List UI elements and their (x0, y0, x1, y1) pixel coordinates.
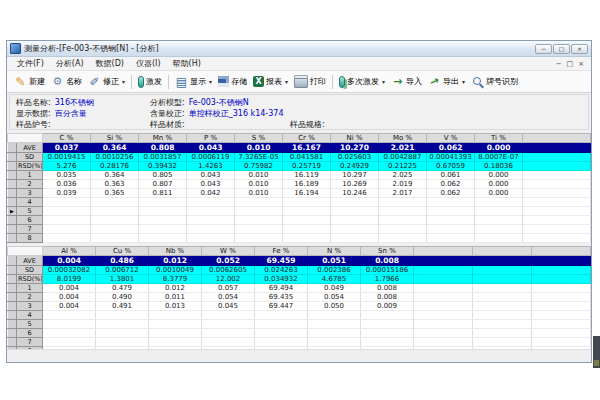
cell[interactable] (532, 338, 591, 347)
cell[interactable]: 0.28176 (91, 162, 139, 171)
cell[interactable]: 0.25719 (283, 162, 331, 171)
print-button[interactable]: 打印 (291, 74, 329, 89)
cell[interactable]: 0.049 (308, 284, 361, 293)
cell[interactable]: 0.000 (475, 180, 523, 189)
cell[interactable]: 0.036 (43, 180, 91, 189)
cell[interactable]: 0.67059 (427, 162, 475, 171)
cell[interactable] (235, 207, 283, 216)
cell[interactable] (149, 329, 202, 338)
cell[interactable]: 69.447 (255, 302, 308, 311)
cell[interactable] (149, 320, 202, 329)
row-header[interactable]: 5 (17, 207, 43, 216)
display-button[interactable]: ▤显示▾ (172, 74, 215, 89)
row-header[interactable]: 8 (17, 234, 43, 243)
cell[interactable]: 0.364 (91, 143, 139, 153)
cell[interactable] (475, 234, 523, 243)
cell[interactable]: 0.39432 (139, 162, 187, 171)
cell[interactable]: 0.811 (139, 189, 187, 198)
cell[interactable]: 16.189 (283, 180, 331, 189)
grade-id-button[interactable]: 牌号识别 (468, 74, 521, 89)
cell[interactable]: 0.062 (427, 180, 475, 189)
cell[interactable] (475, 216, 523, 225)
column-header[interactable]: Si % (91, 134, 139, 143)
cell[interactable] (379, 225, 427, 234)
cell[interactable] (139, 216, 187, 225)
cell[interactable] (202, 311, 255, 320)
row-header[interactable]: 6 (17, 216, 43, 225)
cell[interactable]: 10.269 (331, 180, 379, 189)
cell[interactable] (331, 216, 379, 225)
cell[interactable]: 0.008 (361, 256, 414, 266)
cell[interactable] (235, 234, 283, 243)
cell[interactable] (187, 234, 235, 243)
cell[interactable] (255, 311, 308, 320)
cell[interactable]: 0.0042887 (379, 153, 427, 162)
cell[interactable]: 0.010 (235, 143, 283, 153)
cell[interactable] (475, 225, 523, 234)
cell[interactable]: 8.0007E-07 (475, 153, 523, 162)
cell[interactable]: 1.4263 (187, 162, 235, 171)
cell[interactable]: 0.008 (361, 293, 414, 302)
column-header[interactable]: Fe % (255, 247, 308, 256)
cell[interactable] (473, 311, 532, 320)
cell[interactable]: 0.004 (43, 284, 96, 293)
cell[interactable] (532, 256, 591, 266)
row-header[interactable]: RSD(%) (17, 162, 43, 171)
cell[interactable] (414, 284, 473, 293)
cell[interactable] (43, 216, 91, 225)
row-header[interactable]: 1 (17, 171, 43, 180)
cell[interactable] (361, 311, 414, 320)
cell[interactable]: 0.035 (43, 171, 91, 180)
row-header[interactable]: SD (17, 266, 43, 275)
cell[interactable]: 0.043 (187, 171, 235, 180)
mdi-minimize-button[interactable]: − (556, 59, 562, 69)
row-header[interactable]: 7 (17, 225, 43, 234)
new-button[interactable]: ✎新建 (11, 74, 48, 89)
cell[interactable] (43, 207, 91, 216)
cell[interactable] (96, 338, 149, 347)
row-header[interactable]: 4 (17, 311, 43, 320)
cell[interactable] (523, 225, 591, 234)
correct-button[interactable]: ✐修正▾ (85, 74, 128, 89)
cell[interactable] (532, 275, 591, 284)
cell[interactable] (427, 225, 475, 234)
cell[interactable]: 0.011 (149, 293, 202, 302)
cell[interactable] (255, 329, 308, 338)
cell[interactable] (202, 338, 255, 347)
cell[interactable]: 0.490 (96, 293, 149, 302)
row-header[interactable]: 2 (17, 293, 43, 302)
cell[interactable]: 0.043 (187, 143, 235, 153)
cell[interactable] (96, 311, 149, 320)
cell[interactable] (331, 207, 379, 216)
cell[interactable] (43, 329, 96, 338)
cell[interactable]: 0.0006119 (187, 153, 235, 162)
cell[interactable] (202, 329, 255, 338)
name-button[interactable]: ⚙名称 (48, 74, 85, 89)
column-header[interactable]: P % (187, 134, 235, 143)
cell[interactable] (149, 311, 202, 320)
cell[interactable] (43, 234, 91, 243)
cell[interactable]: 0.010 (235, 180, 283, 189)
cell[interactable] (523, 162, 591, 171)
cell[interactable] (532, 302, 591, 311)
cell[interactable] (532, 320, 591, 329)
minimize-button[interactable]: − (535, 44, 552, 54)
cell[interactable]: 16.167 (283, 143, 331, 153)
cell[interactable] (283, 225, 331, 234)
cell[interactable] (414, 338, 473, 347)
cell[interactable] (149, 338, 202, 347)
cell[interactable] (331, 198, 379, 207)
row-header[interactable]: SD (17, 153, 43, 162)
cell[interactable]: 5.276 (43, 162, 91, 171)
cell[interactable]: 0.013 (149, 302, 202, 311)
menu-data[interactable]: 数据(D) (90, 59, 130, 68)
export-button[interactable]: →导出▾ (425, 74, 468, 89)
cell[interactable]: 0.062 (427, 189, 475, 198)
cell[interactable]: 16.194 (283, 189, 331, 198)
cell[interactable]: 0.045 (202, 302, 255, 311)
cell[interactable]: 0.0031857 (139, 153, 187, 162)
menu-file[interactable]: 文件(F) (11, 59, 50, 68)
cell[interactable] (187, 198, 235, 207)
cell[interactable]: 0.00032082 (43, 266, 96, 275)
row-header[interactable]: 2 (17, 180, 43, 189)
